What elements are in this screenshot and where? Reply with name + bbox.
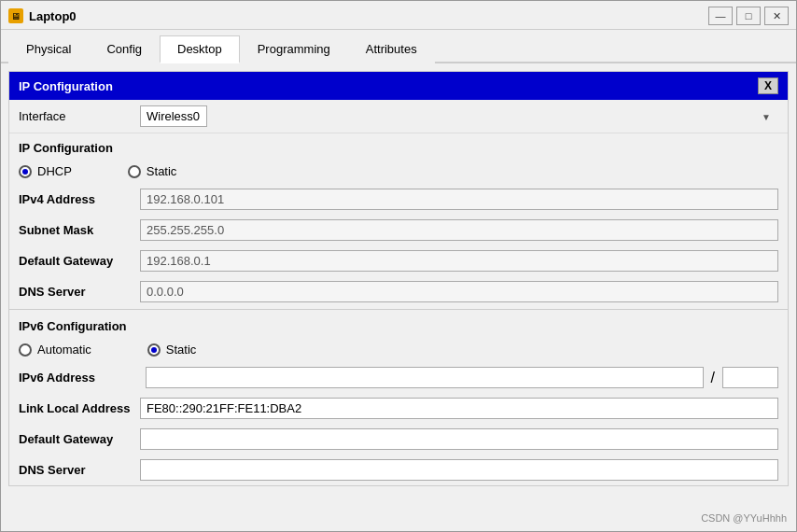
maximize-button[interactable]: □ <box>736 7 761 25</box>
dns-server-ipv6-input[interactable] <box>140 459 778 481</box>
interface-label: Interface <box>19 109 140 123</box>
ipv6-address-label: IPv6 Address <box>19 371 140 385</box>
interface-select-wrapper: Wireless0 <box>140 105 778 127</box>
link-local-row: Link Local Address <box>9 393 788 424</box>
static-ipv6-radio[interactable] <box>147 343 161 357</box>
ipv6-radio-row: Automatic Static <box>9 337 788 362</box>
content-area: IP Configuration X Interface Wireless0 I… <box>1 63 796 531</box>
ipv6-address-row: IPv6 Address / <box>9 362 788 393</box>
default-gateway-row: Default Gateway <box>9 245 788 276</box>
dhcp-option[interactable]: DHCP <box>19 164 72 178</box>
ipv4-address-row: IPv4 Address <box>9 184 788 215</box>
static-radio[interactable] <box>128 165 141 178</box>
ipv6-prefix-input[interactable] <box>722 367 778 388</box>
dhcp-radio[interactable] <box>19 165 32 178</box>
window-controls: — □ ✕ <box>708 7 789 25</box>
automatic-label: Automatic <box>37 343 91 357</box>
minimize-button[interactable]: — <box>708 7 733 25</box>
ipv4-section-title: IP Configuration <box>9 133 788 159</box>
static-ipv6-option[interactable]: Static <box>147 343 197 357</box>
default-gateway-label: Default Gateway <box>19 254 140 268</box>
tab-attributes[interactable]: Attributes <box>348 35 435 63</box>
ip-config-panel: IP Configuration X Interface Wireless0 I… <box>8 71 789 486</box>
ipv4-radio-row: DHCP Static <box>9 159 788 184</box>
interface-select[interactable]: Wireless0 <box>140 105 207 127</box>
tab-config[interactable]: Config <box>89 35 160 63</box>
ipv6-address-input[interactable] <box>146 367 704 388</box>
tab-desktop[interactable]: Desktop <box>160 35 240 63</box>
automatic-option[interactable]: Automatic <box>19 343 91 357</box>
ip-config-header: IP Configuration X <box>9 72 788 100</box>
default-gateway-ipv6-label: Default Gateway <box>19 432 140 446</box>
link-local-input[interactable] <box>140 398 778 419</box>
ipv6-slash: / <box>709 370 717 386</box>
subnet-mask-row: Subnet Mask <box>9 215 788 245</box>
dns-server-ipv6-row: DNS Server <box>9 455 788 485</box>
link-local-label: Link Local Address <box>19 401 140 415</box>
tab-bar: Physical Config Desktop Programming Attr… <box>1 30 796 63</box>
dhcp-label: DHCP <box>37 164 72 178</box>
ip-config-close-button[interactable]: X <box>758 77 778 94</box>
static-ipv6-label: Static <box>166 343 197 357</box>
ipv4-address-label: IPv4 Address <box>19 192 140 206</box>
ipv6-section-title: IPv6 Configuration <box>9 312 788 337</box>
default-gateway-ipv6-row: Default Gateway <box>9 424 788 455</box>
app-icon: 🖥 <box>8 8 23 23</box>
interface-row: Interface Wireless0 <box>9 100 788 133</box>
automatic-radio[interactable] <box>19 343 32 357</box>
window-title: Laptop0 <box>29 9 703 23</box>
close-window-button[interactable]: ✕ <box>764 7 789 25</box>
tab-programming[interactable]: Programming <box>240 35 348 63</box>
dns-server-label: DNS Server <box>19 285 140 299</box>
tab-physical[interactable]: Physical <box>8 35 89 63</box>
default-gateway-input[interactable] <box>140 250 778 272</box>
dns-server-ipv6-label: DNS Server <box>19 463 140 477</box>
dns-server-row: DNS Server <box>9 276 788 307</box>
ip-config-title: IP Configuration <box>19 79 113 93</box>
subnet-mask-input[interactable] <box>140 219 778 241</box>
subnet-mask-label: Subnet Mask <box>19 223 140 237</box>
main-window: 🖥 Laptop0 — □ ✕ Physical Config Desktop … <box>0 0 797 532</box>
static-option[interactable]: Static <box>128 164 177 178</box>
default-gateway-ipv6-input[interactable] <box>140 428 778 450</box>
dns-server-input[interactable] <box>140 281 778 302</box>
static-label: Static <box>147 164 177 178</box>
title-bar: 🖥 Laptop0 — □ ✕ <box>1 1 796 30</box>
ipv4-address-input[interactable] <box>140 189 778 210</box>
watermark: CSDN @YYuHhhh <box>701 512 787 524</box>
